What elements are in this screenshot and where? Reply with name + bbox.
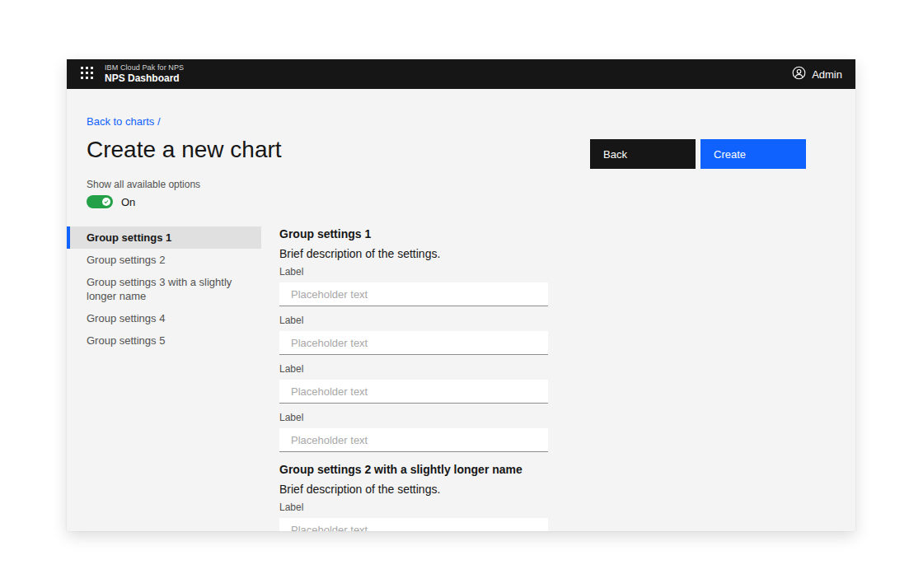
toggle-state-label: On <box>121 196 135 208</box>
settings-nav: Group settings 1 Group settings 2 Group … <box>67 226 261 531</box>
text-input[interactable] <box>279 331 548 355</box>
create-button[interactable]: Create <box>700 139 806 169</box>
app-eyebrow: IBM Cloud Pak for NPS <box>105 63 184 72</box>
form-field: Label <box>279 412 548 452</box>
check-icon <box>104 199 109 204</box>
user-menu[interactable]: Admin <box>792 66 842 83</box>
form-section: Group settings 1 Brief description of th… <box>279 226 548 452</box>
sidebar-nav-item[interactable]: Group settings 3 with a slightly longer … <box>67 271 261 307</box>
breadcrumb[interactable]: Back to charts / <box>87 115 161 128</box>
text-input[interactable] <box>279 428 548 452</box>
form-field: Label <box>279 363 548 404</box>
text-input[interactable] <box>279 518 548 531</box>
app-switcher-grid-icon <box>81 67 93 82</box>
field-label: Label <box>279 315 548 326</box>
section-description: Brief description of the settings. <box>279 482 548 497</box>
title-row: Create a new chart Back Create <box>87 135 806 169</box>
settings-form: Group settings 1 Brief description of th… <box>279 226 548 531</box>
page-content: Back to charts / Create a new chart Back… <box>67 89 855 531</box>
field-label: Label <box>279 266 548 278</box>
app-switcher-button[interactable] <box>77 64 96 84</box>
section-description: Brief description of the settings. <box>279 246 548 261</box>
app-window: IBM Cloud Pak for NPS NPS Dashboard Admi… <box>67 59 855 531</box>
sidebar-nav-item[interactable]: Group settings 1 <box>67 226 261 249</box>
toggle-knob <box>102 198 110 206</box>
toggle-label: Show all available options <box>87 179 806 190</box>
section-fields: Label Label Label Label <box>279 266 548 452</box>
form-field: Label <box>279 502 548 531</box>
page-title: Create a new chart <box>87 135 282 165</box>
form-field: Label <box>279 315 548 355</box>
text-input[interactable] <box>279 380 548 404</box>
sidebar-nav-item[interactable]: Group settings 2 <box>67 249 261 271</box>
field-label: Label <box>279 363 548 375</box>
app-titles: IBM Cloud Pak for NPS NPS Dashboard <box>105 63 184 85</box>
text-input[interactable] <box>279 282 548 306</box>
form-field: Label <box>279 266 548 306</box>
field-label: Label <box>279 502 548 513</box>
app-title: NPS Dashboard <box>105 72 184 85</box>
form-section: Group settings 2 with a slightly longer … <box>279 462 548 531</box>
header-left: IBM Cloud Pak for NPS NPS Dashboard <box>77 63 184 85</box>
user-label: Admin <box>812 68 842 81</box>
section-heading: Group settings 2 with a slightly longer … <box>279 462 548 477</box>
toggle-row: On <box>87 195 806 208</box>
section-heading: Group settings 1 <box>279 226 548 241</box>
settings-body: Group settings 1 Group settings 2 Group … <box>67 226 855 531</box>
user-avatar-icon <box>792 66 806 83</box>
back-button[interactable]: Back <box>590 139 696 169</box>
action-buttons: Back Create <box>590 139 806 169</box>
toggle-area: Show all available options On <box>87 179 806 208</box>
sidebar-nav-item[interactable]: Group settings 5 <box>67 329 261 352</box>
section-fields: Label <box>279 502 548 531</box>
sidebar-nav-item[interactable]: Group settings 4 <box>67 307 261 329</box>
field-label: Label <box>279 412 548 423</box>
show-options-toggle[interactable] <box>87 195 113 208</box>
page-head: Back to charts / Create a new chart Back… <box>67 114 855 208</box>
top-header-bar: IBM Cloud Pak for NPS NPS Dashboard Admi… <box>67 59 855 89</box>
